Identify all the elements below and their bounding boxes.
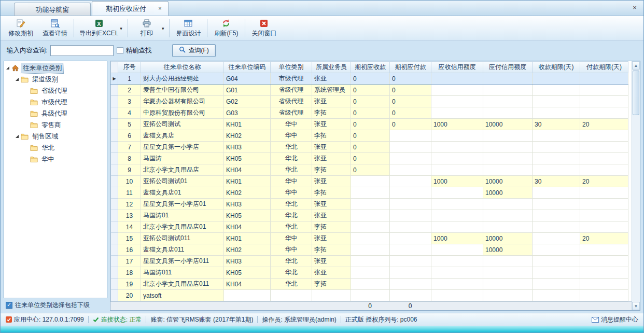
cell[interactable]: 华北: [271, 221, 312, 233]
cell[interactable]: [580, 279, 628, 290]
cell[interactable]: [431, 256, 483, 267]
cell[interactable]: 星星文具第一小学店01: [141, 199, 224, 210]
cell[interactable]: KH03: [224, 256, 271, 267]
cell[interactable]: 30: [533, 176, 580, 187]
cell[interactable]: 华北: [271, 142, 312, 153]
table-row[interactable]: 6蓝猫文具店KH02华中李拓0: [111, 130, 628, 142]
cell[interactable]: KH01: [224, 119, 271, 130]
cell[interactable]: 亚拓公司测试011: [141, 233, 224, 244]
cell[interactable]: [580, 85, 628, 96]
cell[interactable]: 李拓: [312, 244, 351, 256]
cell[interactable]: G03: [224, 107, 271, 119]
cell[interactable]: 10: [118, 176, 141, 187]
cell[interactable]: [431, 210, 483, 221]
cell[interactable]: 华北: [271, 256, 312, 267]
cell[interactable]: 中原科贸股份有限公司: [141, 107, 224, 119]
cell[interactable]: 1000: [431, 119, 483, 130]
cell[interactable]: 华北: [271, 279, 312, 290]
cell[interactable]: [431, 187, 483, 199]
scrollbar-thumb[interactable]: [633, 71, 639, 115]
cell[interactable]: [390, 267, 431, 279]
cell[interactable]: 华中: [271, 119, 312, 130]
cell[interactable]: 0: [351, 153, 390, 164]
cell[interactable]: [580, 199, 628, 210]
cell[interactable]: 1: [118, 73, 141, 85]
column-header[interactable]: 期初应付款: [390, 62, 431, 73]
table-row[interactable]: 17星星文具第一小学店011KH03华北张亚: [111, 256, 628, 267]
cell[interactable]: 北京小学文具用品店: [141, 164, 224, 176]
cell[interactable]: [580, 187, 628, 199]
cell[interactable]: [580, 221, 628, 233]
cell[interactable]: 省级代理: [271, 107, 312, 119]
cell[interactable]: 16: [118, 244, 141, 256]
cell[interactable]: 华北: [271, 164, 312, 176]
cell[interactable]: KH05: [224, 267, 271, 279]
cell[interactable]: KH05: [224, 210, 271, 221]
cell[interactable]: [390, 290, 431, 301]
cell[interactable]: 省级代理: [271, 85, 312, 96]
cell[interactable]: [431, 290, 483, 301]
cell[interactable]: [390, 279, 431, 290]
table-row[interactable]: 16蓝猫文具店011KH02华中李拓10000: [111, 244, 628, 256]
cell[interactable]: [483, 153, 533, 164]
cell[interactable]: [390, 130, 431, 142]
cell[interactable]: 张亚: [312, 267, 351, 279]
cell[interactable]: [580, 107, 628, 119]
cell[interactable]: 20: [580, 176, 628, 187]
cell[interactable]: 9: [118, 164, 141, 176]
cell[interactable]: [431, 96, 483, 107]
checked-checkbox-icon[interactable]: [6, 302, 12, 309]
cell[interactable]: 北京小学文具用品店01: [141, 221, 224, 233]
cell[interactable]: [533, 187, 580, 199]
cell[interactable]: [390, 164, 431, 176]
cell[interactable]: 12: [118, 199, 141, 210]
cell[interactable]: yatsoft: [141, 290, 224, 301]
column-header[interactable]: 收款期限(天): [533, 62, 580, 73]
expand-triangle-icon[interactable]: [16, 78, 19, 81]
cell[interactable]: 华中: [271, 130, 312, 142]
cell[interactable]: KH04: [224, 221, 271, 233]
tree-node[interactable]: 市级代理: [4, 96, 107, 108]
cell[interactable]: 李拓: [312, 164, 351, 176]
cell[interactable]: [351, 267, 390, 279]
cell[interactable]: [483, 210, 533, 221]
cell[interactable]: 华夏办公器材有限公司: [141, 96, 224, 107]
cell[interactable]: 0: [351, 119, 390, 130]
column-header[interactable]: 期初应收款: [351, 62, 390, 73]
cell[interactable]: 20: [580, 119, 628, 130]
table-row[interactable]: 4中原科贸股份有限公司G03省级代理李拓00: [111, 107, 628, 119]
cell[interactable]: 张亚: [312, 256, 351, 267]
tree-node[interactable]: 渠道级别: [4, 74, 107, 85]
cell[interactable]: [431, 199, 483, 210]
cell[interactable]: 17: [118, 256, 141, 267]
cell[interactable]: 市级代理: [271, 73, 312, 85]
cell[interactable]: 10000: [483, 187, 533, 199]
table-row[interactable]: 14北京小学文具用品店01KH04华北李拓: [111, 221, 628, 233]
tree-node[interactable]: 销售区域: [4, 131, 107, 142]
cell[interactable]: [351, 279, 390, 290]
cell[interactable]: 0: [351, 85, 390, 96]
cell[interactable]: 0: [390, 85, 431, 96]
dropdown-arrow-icon[interactable]: ▾: [120, 26, 122, 31]
cell[interactable]: 0: [390, 107, 431, 119]
cell[interactable]: KH03: [224, 199, 271, 210]
cell[interactable]: [533, 233, 580, 244]
cell[interactable]: [431, 85, 483, 96]
cell[interactable]: 李拓: [312, 187, 351, 199]
cell[interactable]: 张亚: [312, 96, 351, 107]
table-row[interactable]: 5亚拓公司测试KH01华中张亚001000100003020: [111, 119, 628, 130]
column-header[interactable]: 往来单位名称: [141, 62, 224, 73]
cell[interactable]: 华中: [271, 244, 312, 256]
view-details-button[interactable]: 查看详情: [38, 17, 72, 39]
cell[interactable]: 7: [118, 142, 141, 153]
cell[interactable]: [483, 130, 533, 142]
table-row[interactable]: 3华夏办公器材有限公司G02省级代理张亚00: [111, 96, 628, 107]
cell[interactable]: [533, 199, 580, 210]
table-row[interactable]: 9北京小学文具用品店KH04华北李拓0: [111, 164, 628, 176]
cell[interactable]: [580, 73, 628, 85]
tree-node[interactable]: 往来单位类别: [4, 62, 107, 74]
cell[interactable]: KH01: [224, 176, 271, 187]
cell[interactable]: [483, 221, 533, 233]
cell[interactable]: [483, 85, 533, 96]
cell[interactable]: 蓝猫文具店011: [141, 244, 224, 256]
